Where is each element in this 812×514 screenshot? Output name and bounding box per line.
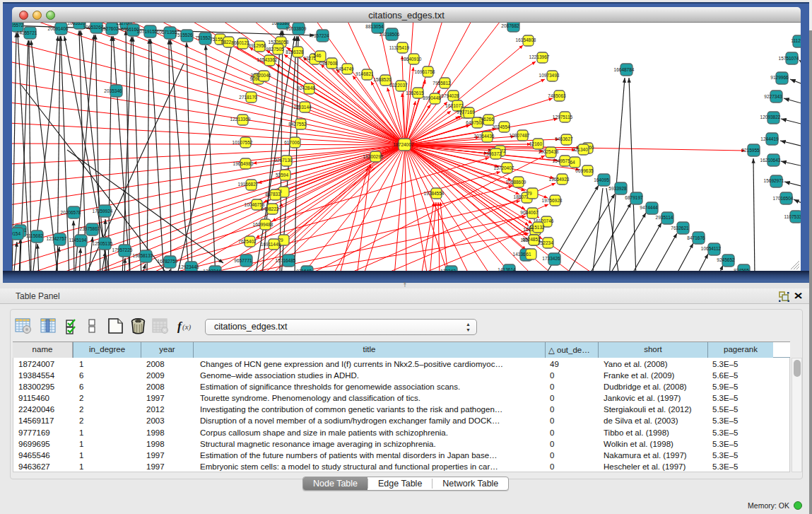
svg-text:8660123: 8660123 (231, 40, 249, 45)
svg-text:1527602: 1527602 (100, 26, 119, 31)
svg-text:20206578: 20206578 (61, 210, 81, 215)
svg-text:17957225: 17957225 (112, 247, 133, 252)
svg-text:16911449: 16911449 (261, 242, 281, 247)
svg-text:7632621: 7632621 (671, 226, 689, 230)
svg-text:2803144: 2803144 (293, 105, 312, 110)
svg-text:12975115: 12975115 (553, 115, 573, 119)
svg-text:15716485: 15716485 (276, 258, 296, 263)
svg-text:62160: 62160 (529, 141, 542, 146)
svg-text:17359924: 17359924 (93, 209, 113, 214)
svg-text:19218506: 19218506 (379, 32, 400, 37)
svg-text:8186328: 8186328 (286, 49, 304, 54)
svg-text:64: 64 (570, 160, 575, 165)
svg-text:5933928: 5933928 (608, 186, 627, 191)
svg-text:16961758: 16961758 (415, 69, 435, 74)
svg-text:9227343: 9227343 (764, 94, 782, 99)
svg-text:2087682: 2087682 (501, 23, 519, 28)
svg-text:2867608: 2867608 (319, 61, 338, 66)
svg-text:10719155: 10719155 (137, 29, 158, 34)
svg-text:18724007: 18724007 (394, 142, 414, 147)
svg-text:19384554: 19384554 (424, 191, 445, 196)
svg-text:9084067: 9084067 (520, 210, 539, 215)
svg-text:1145194: 1145194 (69, 238, 87, 243)
svg-text:1244419: 1244419 (760, 136, 779, 141)
svg-text:12342757: 12342757 (47, 236, 67, 241)
svg-text:11325419: 11325419 (389, 45, 410, 50)
svg-text:14055721: 14055721 (17, 30, 37, 35)
svg-text:18300295: 18300295 (363, 154, 384, 159)
svg-text:9827505: 9827505 (266, 47, 284, 52)
svg-text:1115682: 1115682 (26, 233, 44, 238)
svg-text:(x): (x) (182, 322, 192, 332)
svg-text:8454749: 8454749 (336, 66, 354, 71)
svg-text:20691406: 20691406 (48, 26, 69, 31)
svg-text:12505135: 12505135 (93, 241, 113, 246)
svg-text:16154808: 16154808 (516, 37, 536, 42)
svg-text:15692971: 15692971 (764, 178, 784, 183)
svg-text:16099488: 16099488 (253, 222, 273, 227)
svg-text:8498222: 8498222 (261, 206, 279, 211)
svg-text:9777169: 9777169 (457, 110, 475, 115)
svg-text:7485063: 7485063 (548, 93, 566, 98)
svg-text:12093822: 12093822 (760, 115, 781, 119)
svg-text:7386372: 7386372 (483, 151, 502, 156)
svg-text:1621072: 1621072 (445, 103, 464, 108)
svg-text:10807487: 10807487 (510, 133, 530, 138)
svg-text:16543362: 16543362 (257, 57, 278, 62)
svg-text:1362615: 1362615 (406, 90, 424, 95)
svg-text:19166827: 19166827 (238, 182, 259, 187)
svg-text:79: 79 (526, 191, 532, 196)
svg-text:9245652: 9245652 (717, 257, 735, 262)
svg-text:2935114: 2935114 (656, 215, 673, 220)
svg-text:9146821: 9146821 (355, 71, 374, 76)
svg-text:12923448: 12923448 (179, 264, 199, 269)
svg-text:617006: 617006 (284, 140, 300, 145)
svg-text:1603380: 1603380 (271, 23, 290, 25)
svg-text:10688609: 10688609 (506, 180, 526, 185)
svg-text:8912956: 8912956 (248, 43, 266, 48)
svg-text:10107552: 10107552 (233, 140, 253, 145)
svg-text:8990448: 8990448 (423, 95, 441, 100)
svg-text:1615132: 1615132 (526, 225, 545, 230)
svg-text:16648784: 16648784 (614, 67, 635, 72)
svg-text:22420046: 22420046 (251, 73, 271, 78)
svg-text:17016504: 17016504 (773, 196, 794, 201)
svg-text:3024554: 3024554 (492, 124, 510, 129)
svg-text:61: 61 (526, 252, 531, 257)
svg-text:19654923: 19654923 (549, 177, 570, 182)
svg-text:751552: 751552 (195, 35, 211, 40)
svg-text:8427552: 8427552 (288, 122, 307, 127)
svg-text:18640910: 18640910 (401, 57, 422, 62)
svg-text:12213369: 12213369 (230, 117, 251, 122)
svg-text:9463627: 9463627 (555, 136, 573, 141)
svg-text:8215955: 8215955 (741, 148, 760, 153)
svg-text:19858137: 19858137 (133, 253, 153, 258)
svg-text:16210643: 16210643 (760, 158, 781, 163)
svg-text:1112: 1112 (791, 38, 801, 43)
svg-text:19756928: 19756928 (542, 198, 563, 203)
svg-text:10025438: 10025438 (539, 149, 559, 154)
svg-text:8471676: 8471676 (687, 235, 705, 240)
svg-text:6794028: 6794028 (441, 93, 459, 98)
svg-text:3267130: 3267130 (274, 158, 293, 163)
svg-text:16782759: 16782759 (158, 259, 178, 264)
svg-text:746266: 746266 (478, 117, 494, 122)
svg-text:20364436: 20364436 (474, 134, 495, 139)
svg-text:2035346: 2035346 (104, 88, 122, 93)
svg-text:7357224: 7357224 (311, 33, 329, 38)
svg-text:546: 546 (314, 53, 322, 58)
svg-text:321340: 321340 (572, 147, 588, 152)
svg-text:16033809: 16033809 (286, 26, 307, 31)
svg-text:8322037: 8322037 (389, 83, 408, 88)
svg-text:15720407: 15720407 (494, 165, 514, 170)
svg-text:1107533: 1107533 (784, 214, 801, 219)
svg-text:9129966: 9129966 (770, 75, 789, 80)
svg-text:10973493: 10973493 (539, 73, 560, 78)
svg-text:39154: 39154 (12, 231, 20, 236)
svg-text:7515526: 7515526 (175, 33, 193, 37)
svg-text:0699635: 0699635 (575, 168, 594, 173)
svg-text:53594: 53594 (276, 173, 288, 177)
svg-text:252234: 252234 (538, 240, 553, 245)
svg-text:9474444: 9474444 (640, 205, 658, 210)
svg-text:19654983: 19654983 (233, 161, 254, 166)
